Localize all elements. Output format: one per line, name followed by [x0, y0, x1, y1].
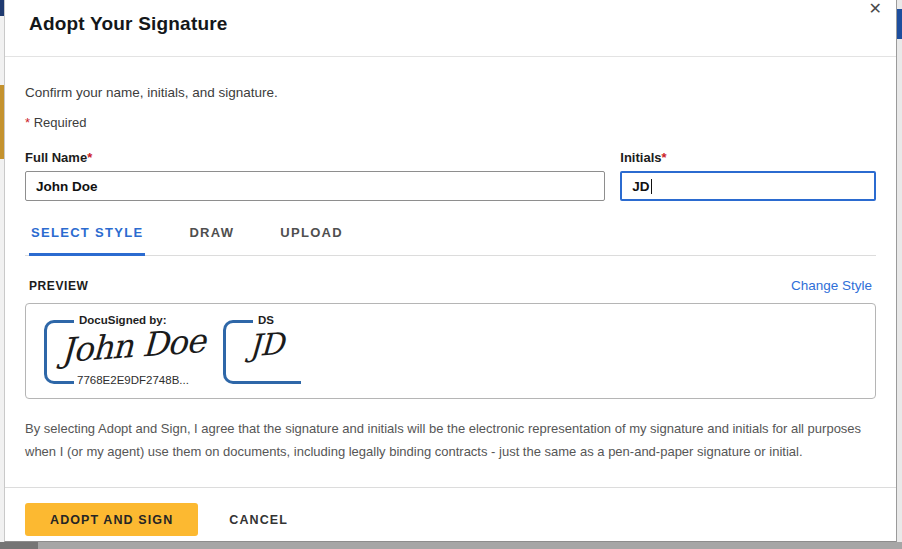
initials-field-group: Initials* JD	[620, 150, 876, 201]
text-cursor	[651, 179, 652, 194]
required-note-text: Required	[30, 115, 86, 130]
name-initials-form-row: Full Name* John Doe Initials* JD	[25, 150, 876, 201]
full-name-required-asterisk: *	[87, 150, 92, 165]
background-shadow-fragment	[0, 542, 38, 549]
initials-label: Initials*	[620, 150, 876, 165]
dialog-title: Adopt Your Signature	[29, 13, 872, 35]
full-name-input[interactable]: John Doe	[25, 171, 605, 201]
signature-id: 7768E2E9DF2748B...	[77, 374, 189, 386]
signature-script: John Doe	[60, 321, 205, 370]
adopt-signature-dialog: Adopt Your Signature ✕ Confirm your name…	[4, 0, 897, 542]
dialog-body: Confirm your name, initials, and signatu…	[5, 57, 896, 463]
adopt-and-sign-button[interactable]: ADOPT AND SIGN	[25, 503, 198, 536]
signature-style-tabs: SELECT STYLE DRAW UPLOAD	[25, 225, 876, 256]
tab-draw[interactable]: DRAW	[187, 225, 236, 256]
dialog-header: Adopt Your Signature ✕	[5, 0, 896, 57]
dialog-footer: ADOPT AND SIGN CANCEL	[5, 487, 896, 541]
initials-label-text: Initials	[620, 150, 661, 165]
signature-stamp: DocuSigned by: John Doe 7768E2E9DF2748B.…	[44, 313, 244, 393]
signature-preview-box: DocuSigned by: John Doe 7768E2E9DF2748B.…	[25, 303, 876, 399]
full-name-field-group: Full Name* John Doe	[25, 150, 605, 201]
background-page-bottom-edge	[0, 542, 902, 549]
tab-upload[interactable]: UPLOAD	[278, 225, 345, 256]
full-name-value: John Doe	[36, 179, 98, 194]
close-icon[interactable]: ✕	[865, 0, 886, 21]
background-page-right-edge	[897, 0, 902, 549]
full-name-label: Full Name*	[25, 150, 605, 165]
full-name-label-text: Full Name	[25, 150, 87, 165]
preview-header: PREVIEW Change Style	[25, 278, 876, 293]
required-note: * Required	[25, 115, 876, 130]
initials-input[interactable]: JD	[620, 171, 876, 201]
initials-stamp: DS JD	[223, 313, 343, 393]
initials-value: JD	[632, 179, 649, 194]
initials-script: JD	[248, 326, 283, 364]
instruction-text: Confirm your name, initials, and signatu…	[25, 85, 876, 100]
change-style-link[interactable]: Change Style	[791, 278, 872, 293]
ds-label: DS	[258, 314, 274, 326]
initials-required-asterisk: *	[662, 150, 667, 165]
initials-bracket-extension	[253, 381, 301, 384]
legal-disclosure-text: By selecting Adopt and Sign, I agree tha…	[25, 417, 876, 463]
tab-select-style[interactable]: SELECT STYLE	[29, 225, 145, 256]
cancel-button[interactable]: CANCEL	[229, 513, 288, 527]
preview-heading: PREVIEW	[29, 279, 89, 293]
background-header-fragment	[897, 9, 902, 39]
